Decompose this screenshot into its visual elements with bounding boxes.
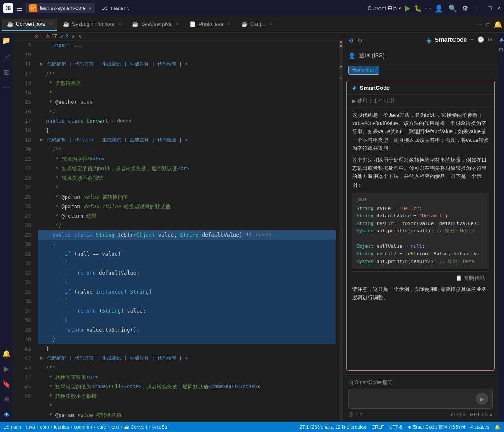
activity-smartcode[interactable]: ◈ — [4, 410, 9, 418]
code-line-40: } — [38, 335, 336, 344]
activity-run[interactable]: ▶ — [4, 365, 9, 373]
copy-code-button[interactable]: 📋 复制代码 — [352, 271, 489, 285]
smartcode-history-button[interactable]: 🕐 — [477, 36, 484, 44]
tab-convert-close[interactable]: × — [49, 22, 52, 26]
tab-convert[interactable]: ☕ Convert.java × — [2, 19, 57, 31]
response-paragraph-2: 这个方法可以用于处理对象转换为字符串的场景，例如在日志输出或者数据处理中。你可以… — [352, 156, 489, 189]
more-options-button[interactable]: ⋯ — [425, 5, 431, 12]
tab-notifications[interactable]: 🔔 — [494, 20, 502, 28]
scroll-marker-error — [340, 41, 342, 43]
smartcode-refresh-icon[interactable]: ↻ — [357, 37, 362, 44]
status-line-ending[interactable]: CRLF — [372, 424, 384, 429]
project-dropdown-icon[interactable]: ∨ — [88, 6, 91, 11]
status-position[interactable]: 27:1 (283 chars, 12 line breaks) — [299, 424, 366, 429]
hamburger-menu[interactable]: ☰ — [16, 4, 22, 13]
project-icon: LC — [29, 4, 37, 12]
status-encoding[interactable]: UTF-8 — [389, 424, 403, 429]
at-symbol-button[interactable]: @ — [348, 411, 353, 417]
current-file-label: Current File — [367, 5, 397, 12]
account-icon[interactable]: 👤 — [435, 4, 443, 13]
breadcrumb-text: text — [111, 424, 119, 429]
smartcode-input-box[interactable]: ▶ — [348, 389, 493, 409]
code-editor[interactable]: 3 10 11 12 13 14 15 16 17 18 19 20 21 22… — [13, 41, 343, 422]
encoding-text: UTF-8 — [389, 424, 403, 429]
status-smartcode[interactable]: ◈ SmartCode 董珂 (ISS) M — [408, 424, 465, 430]
title-bar: JB ☰ LC leaniss-system-core ∨ ⎇ master ∨… — [0, 0, 504, 16]
activity-notifications[interactable]: 🔔 — [2, 350, 11, 358]
status-indentation[interactable]: 4 spaces — [470, 424, 489, 429]
git-icon: ⎇ — [102, 5, 108, 11]
current-file-selector[interactable]: Current File ∨ — [367, 5, 401, 12]
scroll-bar[interactable] — [339, 41, 343, 422]
smartcode-gear-icon: ⚙ — [348, 37, 354, 44]
project-selector[interactable]: LC leaniss-system-core ∨ — [26, 3, 95, 13]
user-name-label: 董珂 (ISS) — [359, 52, 384, 59]
code-block-body: String value = "Hello"; String defaultVa… — [356, 205, 485, 266]
tab-car-close[interactable]: × — [270, 22, 272, 26]
code-line-32: { — [38, 259, 336, 268]
activity-bar: 📁 ⎇ ⊞ ⋯ 🔔 ▶ 🔖 ⊕ ◈ — [0, 33, 13, 422]
tab-syslogininfor-close[interactable]: × — [119, 22, 121, 26]
title-bar-right: 👤 🔍 ⚙ — □ × — [435, 4, 501, 13]
tab-car-label: Car.j... — [250, 21, 265, 27]
breadcrumb-leaniss: leaniss — [54, 424, 69, 429]
status-branch[interactable]: ⎇ main — [3, 424, 21, 430]
run-button[interactable]: ▶ — [405, 3, 411, 13]
smartcode-status-text: SmartCode 董珂 (ISS) M — [413, 424, 465, 430]
right-panel-m[interactable]: m — [499, 47, 503, 53]
tab-photo[interactable]: 📄 Photo.java × — [184, 19, 235, 31]
search-icon[interactable]: 🔍 — [448, 4, 457, 13]
smartcode-right-icon[interactable]: ◈ — [499, 36, 504, 43]
code-line-46: * 转换失败不会报错 — [38, 391, 336, 401]
hash-symbol-button[interactable]: # — [360, 411, 363, 417]
activity-explorer[interactable]: 📁 — [2, 36, 11, 44]
expand-diagnostics[interactable]: ∧ — [72, 34, 75, 39]
smartcode-input-field[interactable] — [353, 396, 472, 405]
smartcode-input-area: 向 SmartCode 提问 ▶ @ / # 0/14488 GPT 3.5 ∧ — [343, 374, 498, 422]
title-bar-center: Current File ∨ ▶ 🐛 ⋯ — [367, 3, 431, 13]
status-notification[interactable]: 🔔 — [495, 424, 501, 430]
activity-git-extra[interactable]: ⊕ — [4, 395, 9, 403]
model-selector[interactable]: GPT 3.5 ∧ — [470, 412, 493, 417]
code-line-26: * @param defaultValue 转换错误时的默认值 — [38, 202, 336, 211]
git-branch[interactable]: ⎇ master ∨ — [102, 5, 130, 11]
smartcode-settings-button[interactable]: ⚙ — [488, 36, 493, 44]
activity-bookmark[interactable]: 🔖 — [2, 380, 11, 388]
tab-sysuser-close[interactable]: × — [176, 22, 179, 26]
send-button[interactable]: ▶ — [476, 393, 488, 405]
collapse-diagnostics[interactable]: ∨ — [79, 34, 82, 39]
code-line-39: return value.toString(); — [38, 325, 336, 335]
minimize-button[interactable]: — — [477, 5, 483, 12]
code-line-27: * @return 结果 — [38, 211, 336, 221]
tab-photo-close[interactable]: × — [227, 22, 230, 26]
code-line-28: */ — [38, 221, 336, 230]
tab-photo-icon: 📄 — [189, 21, 196, 27]
right-panel-expand[interactable]: › — [500, 56, 502, 62]
tab-more-options[interactable]: ⋯ — [476, 21, 482, 28]
tab-bar-right: ⋯ ⊏ 🔔 — [476, 20, 502, 28]
response-title: SmartCode — [360, 85, 390, 91]
settings-icon[interactable]: ⚙ — [462, 4, 468, 13]
smartcode-panel: ⚙ ↻ ◈ SmartCode + 🕐 ⚙ 👤 董珂 (ISS) #select… — [343, 33, 498, 422]
tab-split-editor[interactable]: ⊏ — [485, 21, 490, 28]
code-line-15: * @author aise — [38, 97, 336, 107]
code-line-30: { — [38, 240, 336, 249]
code-line-17: public class Convert ✏ dongk — [38, 116, 336, 126]
tab-sysuser[interactable]: ☕ SysUser.java × — [127, 19, 183, 31]
ref-chevron-icon[interactable]: ▶ — [352, 98, 356, 104]
activity-extensions[interactable]: ⊞ — [4, 68, 9, 76]
smartcode-add-button[interactable]: + — [470, 36, 474, 44]
debug-button[interactable]: 🐛 — [414, 5, 422, 12]
activity-more[interactable]: ⋯ — [3, 83, 10, 91]
code-line-20: /** — [38, 145, 336, 154]
smartcode-response-header: ◈ SmartCode — [347, 81, 494, 95]
maximize-button[interactable]: □ — [488, 5, 491, 12]
tab-syslogininfor[interactable]: ☕ SysLogininfor.java × — [58, 19, 126, 31]
code-line-23: * 转换失败不会报错 — [38, 173, 336, 183]
activity-vcs[interactable]: ⎇ — [3, 53, 10, 61]
tab-car[interactable]: ☕ Car.j... × — [236, 19, 277, 31]
selection-tag[interactable]: #selection — [348, 66, 379, 75]
status-breadcrumb[interactable]: java › com › leaniss › common › core › t… — [26, 424, 167, 429]
close-button[interactable]: × — [497, 5, 501, 12]
code-lines[interactable]: import ... ⚙ 代码解析 | 代码评审 | 生成测试 | 生成注释 |… — [35, 41, 339, 422]
